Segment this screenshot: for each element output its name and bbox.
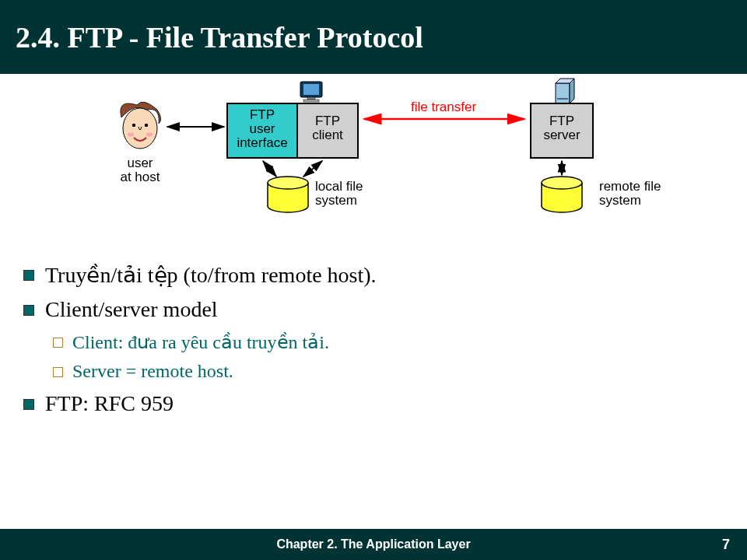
file-transfer-label: file transfer <box>411 100 476 114</box>
sub-bullet-text: Client: đưa ra yêu cầu truyền tải. <box>72 331 329 353</box>
svg-point-0 <box>123 108 157 149</box>
bullet-marker-icon <box>23 399 34 410</box>
svg-point-2 <box>145 124 148 127</box>
remote-fs-icon <box>542 177 582 212</box>
svg-line-21 <box>303 161 322 177</box>
footer-chapter: Chapter 2. The Application Layer <box>276 537 470 551</box>
sub-bullet-marker-icon <box>53 367 63 377</box>
remote-fs-label: remote filesystem <box>599 179 661 208</box>
slide-header: 2.4. FTP - File Transfer Protocol <box>0 0 747 74</box>
svg-marker-12 <box>570 79 574 103</box>
sub-bullet-item: Client: đưa ra yêu cầu truyền tải. <box>53 331 724 353</box>
slide-title: 2.4. FTP - File Transfer Protocol <box>16 20 423 54</box>
svg-rect-10 <box>556 83 570 103</box>
local-fs-icon <box>268 177 308 212</box>
svg-rect-9 <box>303 100 319 102</box>
svg-point-4 <box>146 133 153 137</box>
bullet-marker-icon <box>23 270 34 281</box>
svg-point-1 <box>132 124 135 127</box>
svg-rect-7 <box>303 84 319 95</box>
slide-body: Truyền/tải tệp (to/from remote host). Cl… <box>0 245 747 416</box>
page-number: 7 <box>722 537 730 553</box>
user-label: userat host <box>120 156 160 184</box>
svg-point-26 <box>542 177 582 189</box>
svg-point-19 <box>268 177 308 189</box>
server-tower-icon <box>556 79 574 103</box>
user-icon <box>121 102 161 149</box>
slide-footer: Chapter 2. The Application Layer 7 <box>0 529 747 560</box>
bullet-text: Truyền/tải tệp (to/from remote host). <box>45 262 377 288</box>
bullet-marker-icon <box>23 305 34 316</box>
sub-bullet-marker-icon <box>53 338 63 348</box>
bullet-item: Truyền/tải tệp (to/from remote host). <box>23 262 724 288</box>
monitor-icon <box>300 82 322 102</box>
ftp-diagram: userat host FTPuserinterface FTPclient F… <box>0 74 747 245</box>
ftp-client-label: FTPclient <box>312 114 343 142</box>
svg-rect-8 <box>307 97 315 100</box>
svg-line-20 <box>263 161 276 177</box>
svg-point-3 <box>128 133 134 137</box>
bullet-text: FTP: RFC 959 <box>45 391 174 416</box>
sub-bullet-item: Server = remote host. <box>53 361 724 382</box>
local-fs-label: local filesystem <box>315 179 363 208</box>
sub-bullet-text: Server = remote host. <box>72 361 233 382</box>
bullet-text: Client/server model <box>45 297 218 322</box>
bullet-item: Client/server model <box>23 297 724 322</box>
bullet-item: FTP: RFC 959 <box>23 391 724 416</box>
